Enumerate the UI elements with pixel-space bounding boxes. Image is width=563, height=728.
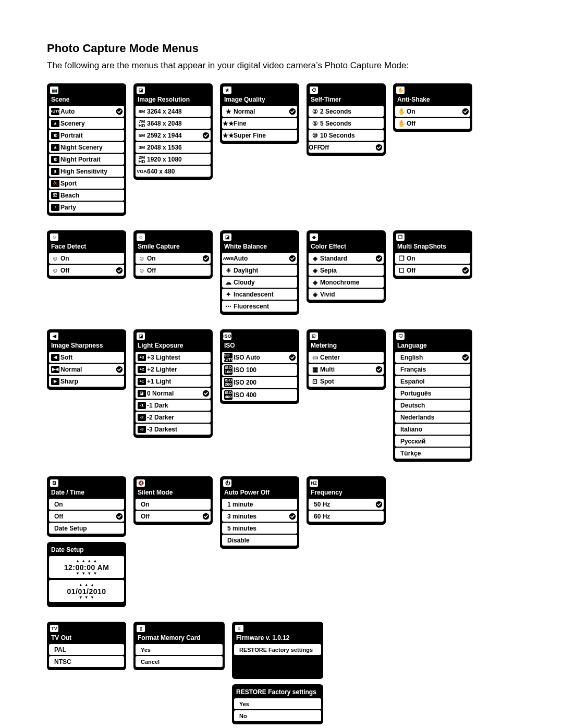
menu-item[interactable]: 60 Hz	[309, 511, 384, 522]
menu-item[interactable]: 1 minute	[222, 499, 297, 510]
menu-item[interactable]: Off	[49, 511, 124, 522]
item-icon: ✋	[397, 120, 406, 127]
menu-item[interactable]: OFFOff	[309, 142, 384, 153]
menu-item[interactable]: ⛹Sport	[49, 178, 124, 189]
menu-item[interactable]: Yes	[136, 644, 223, 655]
menu-item[interactable]: ▲Scenery	[49, 118, 124, 129]
menu-item[interactable]: On	[136, 499, 211, 510]
menu-item[interactable]: -1-1 Dark	[136, 400, 211, 411]
menu-item[interactable]: RESTORE Factory settings	[234, 644, 321, 655]
menu-item[interactable]: ◐Night Portrait	[49, 154, 124, 165]
menu-item[interactable]: ★★Super Fine	[222, 130, 297, 141]
menu-item[interactable]: 8M3264 x 2448	[136, 106, 211, 117]
menu-item[interactable]: ◐Portrait	[49, 130, 124, 141]
menu-item[interactable]: -3-3 Darkest	[136, 424, 211, 435]
menu-item[interactable]: ★Normal	[222, 106, 297, 117]
menu-item[interactable]: ISO200ISO 200	[222, 377, 297, 388]
menu-item[interactable]: 5M2592 x 1944	[136, 130, 211, 141]
menu-item[interactable]: ◗High Sensitivity	[49, 166, 124, 177]
menu-item[interactable]: Português	[395, 388, 470, 399]
checkmark-icon	[116, 267, 123, 274]
item-icon: ☁	[224, 279, 232, 286]
item-label: ISO 100	[234, 366, 296, 374]
menu-item[interactable]: ▦Multi	[309, 364, 384, 375]
menu-item[interactable]: ★★Fine	[222, 118, 297, 129]
menu-item[interactable]: ⋯Fluorescent	[222, 301, 297, 312]
menu-item[interactable]: ◈Vivid	[309, 289, 384, 300]
menu-item[interactable]: Off	[136, 511, 211, 522]
menu-item[interactable]: ☺On	[136, 253, 211, 264]
menu-item[interactable]: ❐On	[395, 253, 470, 264]
menu-item[interactable]: AUTOAuto	[49, 106, 124, 117]
menu-item[interactable]: Nederlands	[395, 412, 470, 423]
item-icon: 3M	[138, 144, 146, 151]
menu-item[interactable]: English	[395, 352, 470, 363]
menu-item[interactable]: 7MHD3648 x 2048	[136, 118, 211, 129]
menu-row-5: TVTV OutPALNTSC ▯Format Memory CardYesCa…	[47, 622, 516, 724]
menu-item[interactable]: ⑤5 Seconds	[309, 118, 384, 129]
menu-item[interactable]: 5 minutes	[222, 523, 297, 534]
menu-item[interactable]: ◪0 Normal	[136, 388, 211, 399]
menu-item[interactable]: ♪Party	[49, 202, 124, 213]
item-label: On	[407, 255, 469, 262]
menu-item[interactable]: ✋Off	[395, 118, 470, 129]
menu-item[interactable]: ☐Off	[395, 265, 470, 276]
menu-item[interactable]: ▭Center	[309, 352, 384, 363]
menu-item[interactable]: ◈Monochrome	[309, 277, 384, 288]
date-setup-time[interactable]: ▲ ▲ ▲ ▲ 12:00:00 AM ▼ ▼ ▼ ▼	[49, 556, 124, 578]
checkmark-icon	[375, 255, 383, 262]
menu-item[interactable]: ②2 Seconds	[309, 106, 384, 117]
menu-item[interactable]: ISO400ISO 400	[222, 389, 297, 401]
menu-item[interactable]: ✦Incandescent	[222, 289, 297, 300]
menu-item[interactable]: ◀Soft	[49, 352, 124, 363]
menu-item[interactable]: ▶Sharp	[49, 376, 124, 387]
menu-item[interactable]: On	[49, 499, 124, 510]
menu-item[interactable]: 3 minutes	[222, 511, 297, 522]
menu-item[interactable]: ▶◀Normal	[49, 364, 124, 375]
menu-item[interactable]: Español	[395, 376, 470, 387]
menu-item[interactable]: Cancel	[136, 656, 223, 667]
menu-item[interactable]: +3+3 Lightest	[136, 352, 211, 363]
menu-item[interactable]: ◈Sepia	[309, 265, 384, 276]
menu-item[interactable]: ISOAUTOISO Auto	[222, 352, 297, 363]
menu-item[interactable]: ⊡Spot	[309, 376, 384, 387]
menu-item[interactable]: Français	[395, 364, 470, 375]
menu-item[interactable]: 3M2048 x 1536	[136, 142, 211, 153]
menu-item[interactable]: ☺On	[49, 253, 124, 264]
menu-item[interactable]: ✋On	[395, 106, 470, 117]
menu-item[interactable]: Русский	[395, 436, 470, 447]
menu-item[interactable]: +2+2 Lighter	[136, 364, 211, 375]
menu-item[interactable]: 50 Hz	[309, 499, 384, 510]
menu-item[interactable]: Türkçe	[395, 448, 470, 459]
menu-item[interactable]: -2-2 Darker	[136, 412, 211, 423]
menu-item[interactable]: ⛱Beach	[49, 190, 124, 201]
menu-item[interactable]: No	[234, 710, 321, 721]
menu-item[interactable]: PAL	[49, 644, 124, 655]
item-label: Nederlands	[400, 414, 469, 421]
menu-item[interactable]: Disable	[222, 535, 297, 546]
menu-item[interactable]: Date Setup	[49, 523, 124, 534]
item-icon: ☺	[138, 267, 146, 274]
date-setup-title: Date Setup	[49, 544, 124, 556]
menu-header-icon: ▯	[137, 625, 145, 632]
menu-item[interactable]: +1+1 Light	[136, 376, 211, 387]
menu-item[interactable]: Deutsch	[395, 400, 470, 411]
menu-item[interactable]: Yes	[234, 698, 321, 709]
menu-item[interactable]: NTSC	[49, 656, 124, 667]
date-setup-date[interactable]: ▲ ▲ ▲ 01/01/2010 ▼ ▼ ▼	[49, 580, 124, 602]
menu-item[interactable]: ☺Off	[136, 265, 211, 276]
menu-header-icon: ❐	[396, 233, 405, 241]
menu-item[interactable]: Italiano	[395, 424, 470, 435]
menu-item[interactable]: ◈Standard	[309, 253, 384, 264]
menu-item[interactable]: ▲Night Scenery	[49, 142, 124, 153]
menu-item[interactable]: ☁Cloudy	[222, 277, 297, 288]
menu-item[interactable]: ISO100ISO 100	[222, 364, 297, 376]
menu-item[interactable]: AWBAuto	[222, 253, 297, 264]
menu-item[interactable]: VGA640 x 480	[136, 166, 211, 177]
menu-item[interactable]: ⑩10 Seconds	[309, 130, 384, 141]
menu-item[interactable]: ☀Daylight	[222, 265, 297, 276]
item-label: Yes	[141, 647, 222, 653]
menu-item[interactable]: 2MHD1920 x 1080	[136, 154, 211, 165]
checkmark-icon	[462, 354, 469, 361]
menu-item[interactable]: ☺Off	[49, 265, 124, 276]
